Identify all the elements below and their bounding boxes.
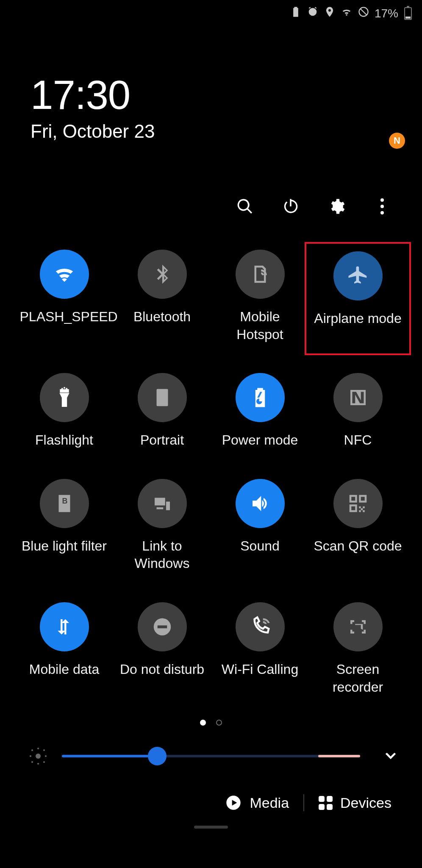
tile-dnd[interactable]: Do not disturb (113, 602, 211, 696)
search-icon (236, 198, 254, 215)
tile-powermode[interactable]: Power mode (211, 373, 309, 449)
settings-button[interactable] (327, 197, 346, 216)
panel-footer: Media Devices (0, 794, 422, 811)
airplane-icon[interactable] (333, 251, 383, 300)
divider (303, 794, 304, 811)
tile-label: Airplane mode (314, 310, 401, 328)
more-icon (380, 198, 384, 214)
tile-label: NFC (344, 431, 372, 449)
tile-label: Power mode (222, 431, 298, 449)
page-dot-1[interactable] (200, 720, 206, 726)
brightness-row (0, 726, 422, 767)
tile-screenrec[interactable]: Screen recorder (309, 602, 407, 696)
tile-wifi[interactable]: PLASH_SPEED (15, 250, 113, 343)
devices-label: Devices (340, 795, 391, 811)
tile-airplane[interactable]: Airplane mode (305, 242, 411, 355)
tile-label: Scan QR code (314, 537, 402, 555)
tile-hotspot[interactable]: Mobile Hotspot (211, 250, 309, 343)
brightness-slider[interactable] (62, 745, 360, 767)
tile-label: Do not disturb (120, 661, 204, 679)
drag-handle[interactable] (194, 826, 228, 829)
qr-icon[interactable] (333, 479, 383, 528)
tile-qr[interactable]: Scan QR code (309, 479, 407, 573)
hotspot-icon[interactable] (236, 250, 285, 299)
clock-date: Fri, October 23 (31, 121, 422, 142)
flashlight-icon[interactable] (40, 373, 89, 422)
mobiledata-icon[interactable] (40, 602, 89, 651)
battery-percent: 17% (375, 7, 398, 20)
tile-label: Portrait (140, 431, 184, 449)
tile-label: Bluetooth (133, 308, 191, 326)
media-button[interactable]: Media (225, 794, 289, 811)
sound-icon[interactable] (236, 479, 285, 528)
alarm-icon (307, 6, 319, 21)
bluetooth-icon[interactable] (138, 250, 187, 299)
play-circle-icon (225, 794, 242, 811)
linkwin-icon[interactable] (138, 479, 187, 528)
tile-label: Mobile Hotspot (216, 308, 305, 343)
dnd-icon[interactable] (138, 602, 187, 651)
wifi-status-icon (341, 6, 353, 21)
tile-bluelight[interactable]: Blue light filter (15, 479, 113, 573)
tile-flashlight[interactable]: Flashlight (15, 373, 113, 449)
status-bar: 17% (0, 0, 422, 21)
no-sim-icon (358, 6, 369, 21)
brightness-icon (30, 748, 47, 765)
media-label: Media (250, 795, 289, 811)
brightness-expand[interactable] (383, 748, 398, 765)
gear-icon (328, 198, 345, 215)
clock-time: 17:30 (31, 72, 422, 118)
quick-panel-actions: N (0, 142, 422, 216)
devices-icon (319, 796, 333, 810)
notification-badge: N (389, 133, 405, 149)
clock-block: 17:30 Fri, October 23 (0, 21, 422, 142)
power-icon (282, 198, 300, 215)
wificall-icon[interactable] (236, 602, 285, 651)
tile-label: Mobile data (29, 661, 99, 679)
portrait-icon[interactable] (138, 373, 187, 422)
location-icon (324, 6, 336, 21)
quick-settings-grid: PLASH_SPEEDBluetoothMobile HotspotAirpla… (0, 216, 422, 696)
tile-label: Screen recorder (314, 661, 403, 696)
tile-label: Link to Windows (118, 537, 207, 573)
page-indicator[interactable] (0, 720, 422, 726)
chevron-down-icon (383, 748, 398, 763)
tile-mobiledata[interactable]: Mobile data (15, 602, 113, 696)
tile-sound[interactable]: Sound (211, 479, 309, 573)
battery-saver-icon (290, 6, 302, 21)
tile-label: Wi-Fi Calling (222, 661, 298, 679)
devices-button[interactable]: Devices (319, 795, 391, 811)
tile-portrait[interactable]: Portrait (113, 373, 211, 449)
more-button[interactable] (373, 197, 391, 216)
tile-linkwin[interactable]: Link to Windows (113, 479, 211, 573)
tile-label: Blue light filter (22, 537, 107, 555)
tile-nfc[interactable]: NFC (309, 373, 407, 449)
nfc-icon[interactable] (333, 373, 383, 422)
bluelight-icon[interactable] (40, 479, 89, 528)
tile-label: Flashlight (35, 431, 93, 449)
page-dot-2[interactable] (216, 720, 222, 726)
search-button[interactable] (236, 197, 254, 216)
wifi-icon[interactable] (40, 250, 89, 299)
tile-label: Sound (240, 537, 280, 555)
tile-bluetooth[interactable]: Bluetooth (113, 250, 211, 343)
screenrec-icon[interactable] (333, 602, 383, 651)
powermode-icon[interactable] (236, 373, 285, 422)
tile-wificall[interactable]: Wi-Fi Calling (211, 602, 309, 696)
power-button[interactable] (281, 197, 300, 216)
tile-label: PLASH_SPEED (20, 308, 109, 326)
battery-icon (404, 7, 412, 20)
